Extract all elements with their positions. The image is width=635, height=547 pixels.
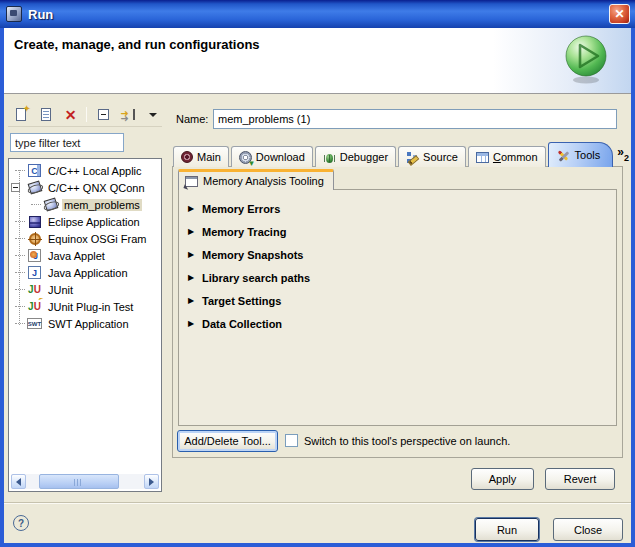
name-label: Name: <box>176 113 208 125</box>
config-toolbar: ✕ <box>8 103 162 127</box>
header-banner: Create, manage, and run configurations <box>4 28 631 94</box>
tree-item-mem-problems[interactable]: mem_problems <box>9 196 161 213</box>
tree-item-equinox-osgi[interactable]: Equinox OSGi Fram <box>9 230 161 247</box>
main-tab-icon <box>181 151 193 163</box>
tab-memory-analysis-tooling[interactable]: Memory Analysis Tooling <box>178 169 334 190</box>
new-page-glyph <box>16 108 26 121</box>
source-tab-icon <box>406 151 419 164</box>
overflow-chevron-icon: » <box>617 147 624 157</box>
tab-main[interactable]: Main <box>173 146 229 167</box>
collapse-all-icon[interactable] <box>94 106 112 124</box>
collapse-expander-icon[interactable] <box>11 183 20 192</box>
tree-item-label: Equinox OSGi Fram <box>46 233 148 245</box>
section-library-search-paths[interactable]: ▶ Library search paths <box>179 267 616 288</box>
run-button[interactable]: Run <box>475 518 539 541</box>
tab-source[interactable]: Source <box>398 146 466 167</box>
tree-item-label: JUnit Plug-in Test <box>46 301 135 313</box>
tree-connector <box>15 272 25 273</box>
add-delete-tool-button[interactable]: Add/Delete Tool... <box>177 430 278 452</box>
tree-item-cpp-local[interactable]: C C/C++ Local Applic <box>9 162 161 179</box>
section-target-settings[interactable]: ▶ Target Settings <box>179 290 616 311</box>
close-window-button[interactable]: ✕ <box>609 4 630 24</box>
collapse-glyph <box>98 109 109 120</box>
chevron-right-icon: ▶ <box>188 250 202 259</box>
c-file-icon: C <box>27 163 42 178</box>
tab-overflow-chevron[interactable]: » 2 <box>615 147 631 167</box>
junit-icon: JU <box>27 282 42 297</box>
tree-connector <box>15 255 25 256</box>
tree-connector <box>15 238 25 239</box>
close-button[interactable]: Close <box>553 518 623 541</box>
close-icon: ✕ <box>614 7 624 21</box>
tree-item-cpp-qnx[interactable]: C/C++ QNX QConn <box>9 179 161 196</box>
perspective-checkbox-label: Switch to this tool's perspective on lau… <box>304 435 510 447</box>
run-dialog-icon <box>6 6 22 22</box>
memory-analysis-panel: ▶ Memory Errors ▶ Memory Tracing ▶ Memor… <box>178 189 617 426</box>
new-config-icon[interactable] <box>12 106 30 124</box>
equinox-icon <box>27 231 42 246</box>
equinox-target-glyph <box>29 233 41 245</box>
tree-item-java-applet[interactable]: J Java Applet <box>9 247 161 264</box>
chevron-right-icon: ▶ <box>188 319 202 328</box>
qnx-sphere-glyph <box>27 180 42 194</box>
tab-label: Common <box>493 151 538 163</box>
tree-connector <box>15 170 25 171</box>
scrollbar-thumb[interactable] <box>39 474 119 489</box>
swt-icon: SWT <box>27 316 42 331</box>
section-memory-errors[interactable]: ▶ Memory Errors <box>179 198 616 219</box>
section-label: Data Collection <box>202 318 282 330</box>
tree-connector <box>15 221 25 222</box>
download-tab-icon <box>239 151 252 164</box>
tree-item-label: Eclipse Application <box>46 216 142 228</box>
filter-configs-icon[interactable] <box>119 106 137 124</box>
tree-connector <box>15 306 25 307</box>
tree-item-swt-application[interactable]: SWT SWT Application <box>9 315 161 332</box>
tree-item-label: JUnit <box>46 284 75 296</box>
scroll-right-icon[interactable] <box>144 474 159 489</box>
tree-item-label: C/C++ QNX QConn <box>46 182 147 194</box>
help-button[interactable]: ? <box>13 515 29 531</box>
section-data-collection[interactable]: ▶ Data Collection <box>179 313 616 334</box>
help-icon: ? <box>18 518 24 529</box>
tree-item-label: Java Application <box>46 267 130 279</box>
window-title: Run <box>28 7 53 22</box>
caret-glyph <box>149 113 157 117</box>
scroll-left-icon[interactable] <box>11 474 26 489</box>
apply-button[interactable]: Apply <box>471 468 534 490</box>
tree-item-label: Java Applet <box>46 250 107 262</box>
delete-config-icon[interactable]: ✕ <box>62 106 80 124</box>
config-tree-panel: C C/C++ Local Applic C/C++ QNX QConn mem… <box>8 158 162 492</box>
junit-u: U <box>34 284 41 295</box>
tab-label: Tools <box>575 149 601 161</box>
chevron-right-icon: ▶ <box>188 273 202 282</box>
section-memory-snapshots[interactable]: ▶ Memory Snapshots <box>179 244 616 265</box>
section-memory-tracing[interactable]: ▶ Memory Tracing <box>179 221 616 242</box>
tab-common[interactable]: Common <box>468 146 546 167</box>
tree-horizontal-scrollbar[interactable] <box>11 474 159 489</box>
tree-item-junit[interactable]: JU JUnit <box>9 281 161 298</box>
common-tab-icon <box>476 152 489 163</box>
duplicate-config-icon[interactable] <box>37 106 55 124</box>
memory-analysis-icon <box>185 176 198 187</box>
tab-debugger[interactable]: Debugger <box>315 146 396 167</box>
toolbar-separator <box>86 107 87 122</box>
dropdown-caret-icon[interactable] <box>144 106 162 124</box>
qnx-icon <box>43 197 58 212</box>
section-label: Target Settings <box>202 295 281 307</box>
revert-button[interactable]: Revert <box>545 468 615 490</box>
chevron-right-icon: ▶ <box>188 296 202 305</box>
tab-tools[interactable]: Tools <box>548 142 614 167</box>
perspective-checkbox[interactable] <box>285 434 298 447</box>
tree-item-eclipse-application[interactable]: Eclipse Application <box>9 213 161 230</box>
tree-item-label: C/C++ Local Applic <box>46 165 144 177</box>
title-bar[interactable]: Run ✕ <box>0 0 635 28</box>
name-input[interactable] <box>213 109 617 129</box>
tab-download[interactable]: Download <box>231 146 313 167</box>
tree-item-label: mem_problems <box>62 199 142 211</box>
section-label: Memory Snapshots <box>202 249 303 261</box>
tools-tab-icon <box>557 149 571 162</box>
filter-text-input[interactable] <box>10 133 124 152</box>
junit-u: U <box>34 301 41 312</box>
tree-item-junit-plugin-test[interactable]: JU JUnit Plug-in Test <box>9 298 161 315</box>
tree-item-java-application[interactable]: J Java Application <box>9 264 161 281</box>
